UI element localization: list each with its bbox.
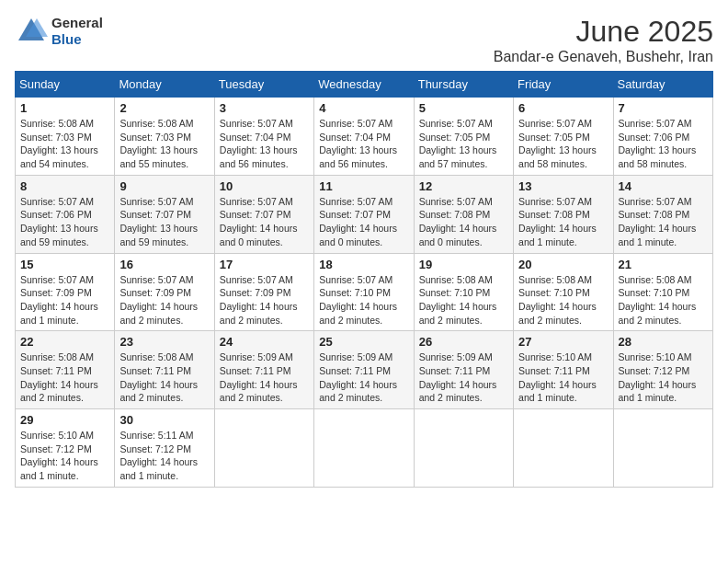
day-number: 13 xyxy=(518,179,608,193)
table-row: 12Sunrise: 5:07 AM Sunset: 7:08 PM Dayli… xyxy=(414,175,513,253)
table-row: 17Sunrise: 5:07 AM Sunset: 7:09 PM Dayli… xyxy=(214,253,313,331)
day-info: Sunrise: 5:07 AM Sunset: 7:09 PM Dayligh… xyxy=(220,273,309,327)
day-number: 27 xyxy=(518,335,608,349)
day-number: 12 xyxy=(419,179,508,193)
table-row xyxy=(514,409,613,488)
day-info: Sunrise: 5:07 AM Sunset: 7:08 PM Dayligh… xyxy=(419,195,508,249)
day-info: Sunrise: 5:07 AM Sunset: 7:06 PM Dayligh… xyxy=(619,117,708,171)
table-row: 15Sunrise: 5:07 AM Sunset: 7:09 PM Dayli… xyxy=(16,253,115,331)
day-info: Sunrise: 5:07 AM Sunset: 7:04 PM Dayligh… xyxy=(220,117,309,171)
day-number: 3 xyxy=(220,101,309,115)
day-number: 24 xyxy=(220,335,309,349)
table-row: 23Sunrise: 5:08 AM Sunset: 7:11 PM Dayli… xyxy=(115,331,214,409)
logo: General Blue xyxy=(15,15,103,48)
table-row: 28Sunrise: 5:10 AM Sunset: 7:12 PM Dayli… xyxy=(613,331,712,409)
day-info: Sunrise: 5:07 AM Sunset: 7:09 PM Dayligh… xyxy=(119,273,209,327)
table-row: 5Sunrise: 5:07 AM Sunset: 7:05 PM Daylig… xyxy=(414,98,513,176)
table-row: 27Sunrise: 5:10 AM Sunset: 7:11 PM Dayli… xyxy=(514,331,613,409)
title-area: June 2025 Bandar-e Genaveh, Bushehr, Ira… xyxy=(494,15,713,65)
day-info: Sunrise: 5:07 AM Sunset: 7:09 PM Dayligh… xyxy=(20,273,109,327)
table-row: 19Sunrise: 5:08 AM Sunset: 7:10 PM Dayli… xyxy=(414,253,513,331)
table-row: 13Sunrise: 5:07 AM Sunset: 7:08 PM Dayli… xyxy=(514,175,613,253)
table-row xyxy=(314,409,414,488)
day-info: Sunrise: 5:07 AM Sunset: 7:06 PM Dayligh… xyxy=(20,195,109,249)
day-number: 14 xyxy=(619,179,708,193)
day-info: Sunrise: 5:07 AM Sunset: 7:05 PM Dayligh… xyxy=(419,117,508,171)
col-header-thursday: Thursday xyxy=(414,72,513,98)
day-info: Sunrise: 5:08 AM Sunset: 7:03 PM Dayligh… xyxy=(20,117,109,171)
day-info: Sunrise: 5:10 AM Sunset: 7:12 PM Dayligh… xyxy=(20,429,109,483)
day-number: 22 xyxy=(20,335,109,349)
day-number: 21 xyxy=(619,258,708,271)
day-info: Sunrise: 5:11 AM Sunset: 7:12 PM Dayligh… xyxy=(119,429,209,483)
table-row: 26Sunrise: 5:09 AM Sunset: 7:11 PM Dayli… xyxy=(414,331,513,409)
day-number: 18 xyxy=(319,258,408,271)
day-info: Sunrise: 5:07 AM Sunset: 7:05 PM Dayligh… xyxy=(518,117,608,171)
day-number: 30 xyxy=(119,413,209,427)
day-number: 20 xyxy=(518,258,608,271)
col-header-tuesday: Tuesday xyxy=(214,72,313,98)
day-number: 19 xyxy=(419,258,508,271)
table-row: 2Sunrise: 5:08 AM Sunset: 7:03 PM Daylig… xyxy=(115,98,214,176)
day-info: Sunrise: 5:10 AM Sunset: 7:12 PM Dayligh… xyxy=(619,350,708,405)
month-title: June 2025 xyxy=(494,15,713,49)
day-number: 9 xyxy=(119,179,209,193)
day-info: Sunrise: 5:07 AM Sunset: 7:08 PM Dayligh… xyxy=(518,195,608,249)
day-info: Sunrise: 5:09 AM Sunset: 7:11 PM Dayligh… xyxy=(419,350,508,405)
col-header-friday: Friday xyxy=(514,72,613,98)
table-row: 4Sunrise: 5:07 AM Sunset: 7:04 PM Daylig… xyxy=(314,98,414,176)
logo-general-text: General xyxy=(51,15,103,30)
day-number: 7 xyxy=(619,101,708,115)
day-number: 5 xyxy=(419,101,508,115)
table-row: 22Sunrise: 5:08 AM Sunset: 7:11 PM Dayli… xyxy=(16,331,115,409)
table-row: 14Sunrise: 5:07 AM Sunset: 7:08 PM Dayli… xyxy=(613,175,712,253)
col-header-wednesday: Wednesday xyxy=(314,72,414,98)
location-title: Bandar-e Genaveh, Bushehr, Iran xyxy=(494,49,713,65)
table-row: 24Sunrise: 5:09 AM Sunset: 7:11 PM Dayli… xyxy=(214,331,313,409)
day-number: 2 xyxy=(119,101,209,115)
table-row xyxy=(613,409,712,488)
table-row: 7Sunrise: 5:07 AM Sunset: 7:06 PM Daylig… xyxy=(613,98,712,176)
table-row: 16Sunrise: 5:07 AM Sunset: 7:09 PM Dayli… xyxy=(115,253,214,331)
logo-blue-text: Blue xyxy=(51,31,82,47)
day-info: Sunrise: 5:07 AM Sunset: 7:07 PM Dayligh… xyxy=(119,195,209,249)
logo-icon xyxy=(15,15,48,48)
day-number: 28 xyxy=(619,335,708,349)
table-row: 18Sunrise: 5:07 AM Sunset: 7:10 PM Dayli… xyxy=(314,253,414,331)
day-info: Sunrise: 5:07 AM Sunset: 7:07 PM Dayligh… xyxy=(220,195,309,249)
day-info: Sunrise: 5:07 AM Sunset: 7:04 PM Dayligh… xyxy=(319,117,408,171)
day-number: 6 xyxy=(518,101,608,115)
table-row: 1Sunrise: 5:08 AM Sunset: 7:03 PM Daylig… xyxy=(16,98,115,176)
calendar-table: Sunday Monday Tuesday Wednesday Thursday… xyxy=(15,71,713,488)
day-info: Sunrise: 5:08 AM Sunset: 7:11 PM Dayligh… xyxy=(119,350,209,405)
table-row: 8Sunrise: 5:07 AM Sunset: 7:06 PM Daylig… xyxy=(16,175,115,253)
table-row: 9Sunrise: 5:07 AM Sunset: 7:07 PM Daylig… xyxy=(115,175,214,253)
day-info: Sunrise: 5:08 AM Sunset: 7:10 PM Dayligh… xyxy=(419,273,508,327)
table-row: 3Sunrise: 5:07 AM Sunset: 7:04 PM Daylig… xyxy=(214,98,313,176)
col-header-monday: Monday xyxy=(115,72,214,98)
day-number: 1 xyxy=(20,101,109,115)
col-header-saturday: Saturday xyxy=(613,72,712,98)
day-number: 16 xyxy=(119,258,209,271)
day-number: 25 xyxy=(319,335,408,349)
table-row: 20Sunrise: 5:08 AM Sunset: 7:10 PM Dayli… xyxy=(514,253,613,331)
table-row xyxy=(214,409,313,488)
day-info: Sunrise: 5:08 AM Sunset: 7:11 PM Dayligh… xyxy=(20,350,109,405)
day-number: 8 xyxy=(20,179,109,193)
day-number: 11 xyxy=(319,179,408,193)
day-info: Sunrise: 5:07 AM Sunset: 7:07 PM Dayligh… xyxy=(319,195,408,249)
table-row: 6Sunrise: 5:07 AM Sunset: 7:05 PM Daylig… xyxy=(514,98,613,176)
day-info: Sunrise: 5:07 AM Sunset: 7:08 PM Dayligh… xyxy=(619,195,708,249)
col-header-sunday: Sunday xyxy=(16,72,115,98)
day-number: 23 xyxy=(119,335,209,349)
table-row xyxy=(414,409,513,488)
table-row: 11Sunrise: 5:07 AM Sunset: 7:07 PM Dayli… xyxy=(314,175,414,253)
table-row: 21Sunrise: 5:08 AM Sunset: 7:10 PM Dayli… xyxy=(613,253,712,331)
day-info: Sunrise: 5:09 AM Sunset: 7:11 PM Dayligh… xyxy=(220,350,309,405)
day-number: 10 xyxy=(220,179,309,193)
day-number: 4 xyxy=(319,101,408,115)
day-info: Sunrise: 5:10 AM Sunset: 7:11 PM Dayligh… xyxy=(518,350,608,405)
day-number: 29 xyxy=(20,413,109,427)
day-info: Sunrise: 5:08 AM Sunset: 7:03 PM Dayligh… xyxy=(119,117,209,171)
day-number: 17 xyxy=(220,258,309,271)
